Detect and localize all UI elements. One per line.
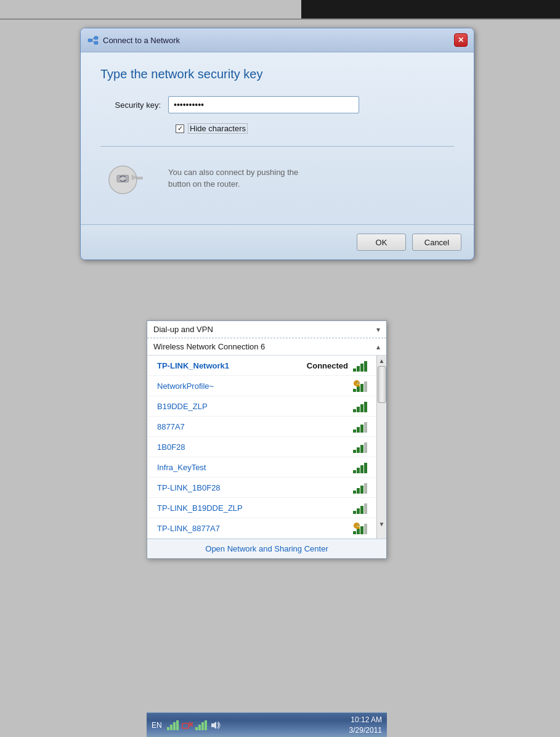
list-item[interactable]: TP-LINK_8877A7 🔒 [147,518,376,539]
list-item[interactable]: TP-LINK_Network1 Connected [147,356,376,376]
svg-rect-31 [357,447,360,453]
hide-chars-label[interactable]: Hide characters [188,123,248,134]
top-bar [301,0,560,18]
list-item[interactable]: 1B0F28 [147,437,376,457]
svg-rect-13 [357,366,360,372]
svg-rect-60 [198,725,201,730]
svg-rect-52 [167,727,169,730]
dialog-body: Type the network security key Security k… [81,52,474,224]
dialog-title: Connect to a Network [103,36,454,45]
svg-rect-16 [353,389,356,392]
wireless-section-header[interactable]: Wireless Network Connection 6 ▴ [147,338,386,356]
scroll-down-button[interactable]: ▼ [377,519,386,529]
list-item[interactable]: 8877A7 [147,417,376,437]
svg-rect-24 [360,404,363,412]
svg-rect-40 [360,486,363,494]
svg-rect-44 [360,506,363,514]
svg-rect-43 [357,508,360,514]
network-list: TP-LINK_Network1 Connected NetworkProfil… [147,356,386,539]
svg-rect-19 [364,381,367,392]
svg-marker-63 [211,722,216,729]
network-name: TP-LINK_Network1 [157,361,307,370]
security-key-input[interactable] [168,96,359,113]
connect-to-network-dialog: Connect to a Network ✕ Type the network … [80,28,474,260]
open-network-bar[interactable]: Open Network and Sharing Center [147,539,386,558]
router-text: You can also connect by pushing the butt… [168,166,298,190]
router-icon [107,157,156,200]
network-name: B19DDE_ZLP [157,402,353,411]
svg-rect-48 [360,526,363,534]
svg-rect-39 [357,488,360,494]
security-key-row: Security key: [100,96,454,113]
open-network-link[interactable]: Open Network and Sharing Center [205,544,328,553]
signal-icon [353,481,370,494]
list-item[interactable]: TP-LINK_1B0F28 [147,478,376,498]
signal-icon [353,502,370,514]
svg-rect-1 [94,36,98,39]
list-item[interactable]: TP-LINK_B19DDE_ZLP [147,498,376,518]
svg-rect-49 [364,524,367,534]
close-button[interactable]: ✕ [454,33,468,47]
network-name: TP-LINK_8877A7 [157,524,353,533]
ok-button[interactable]: OK [357,234,406,251]
dial-up-chevron-icon: ▾ [376,325,380,334]
cancel-button[interactable]: Cancel [412,234,461,251]
signal-icon [353,461,370,473]
network-name: TP-LINK_1B0F28 [157,483,353,492]
svg-rect-28 [360,425,363,433]
svg-line-3 [92,38,94,41]
signal-icon [353,400,370,412]
horizontal-divider [0,18,560,20]
network-status: Connected [307,361,348,370]
svg-rect-47 [357,529,360,534]
network-name: TP-LINK_B19DDE_ZLP [157,503,353,513]
taskbar-icons [167,720,349,730]
signal-icon [353,441,370,453]
svg-rect-11 [137,177,142,179]
svg-rect-18 [360,384,363,392]
svg-rect-37 [364,463,367,473]
svg-rect-23 [357,407,360,412]
network-list-container: TP-LINK_Network1 Connected NetworkProfil… [147,356,386,539]
svg-rect-41 [364,483,367,494]
dial-up-section-header[interactable]: Dial-up and VPN ▾ [147,321,386,338]
taskbar: EN 10:12 AM 3/29/201 [147,712,387,737]
hide-chars-row: ✓ Hide characters [176,123,454,134]
router-section: You can also connect by pushing the butt… [100,157,454,200]
svg-rect-15 [364,361,367,372]
list-item[interactable]: Infra_KeyTest [147,457,376,478]
svg-rect-62 [205,720,207,730]
scroll-thumb[interactable] [378,366,386,403]
svg-rect-42 [353,511,356,514]
svg-rect-12 [353,368,356,372]
scroll-up-button[interactable]: ▲ [377,356,386,365]
network-name: 8877A7 [157,422,353,431]
svg-rect-33 [364,442,367,453]
svg-rect-32 [360,445,363,453]
svg-rect-22 [353,409,356,412]
taskbar-clock: 10:12 AM 3/29/2011 [349,715,382,736]
svg-rect-27 [357,427,360,433]
svg-rect-45 [364,503,367,514]
svg-rect-29 [364,422,367,433]
svg-rect-17 [357,386,360,392]
svg-rect-46 [353,531,356,534]
list-item[interactable]: NetworkProfile~ 🔒 [147,376,376,396]
svg-rect-34 [353,470,356,473]
list-item[interactable]: B19DDE_ZLP [147,396,376,417]
dialog-heading: Type the network security key [100,67,454,81]
svg-rect-53 [170,725,172,730]
svg-rect-25 [364,402,367,412]
svg-text:🔒: 🔒 [355,524,361,529]
signal-icon [353,420,370,433]
wireless-section-label: Wireless Network Connection 6 [153,342,376,351]
signal-icon-secured: 🔒 [353,522,370,534]
hide-chars-checkbox[interactable]: ✓ [176,124,184,133]
svg-rect-61 [201,722,204,730]
svg-rect-14 [360,364,363,372]
network-x-icon [182,720,193,730]
dialog-titlebar: Connect to a Network ✕ [81,28,474,52]
scrollbar[interactable]: ▲ ▼ [376,356,386,539]
signal-bars-icon [167,720,179,730]
svg-rect-30 [353,450,356,453]
